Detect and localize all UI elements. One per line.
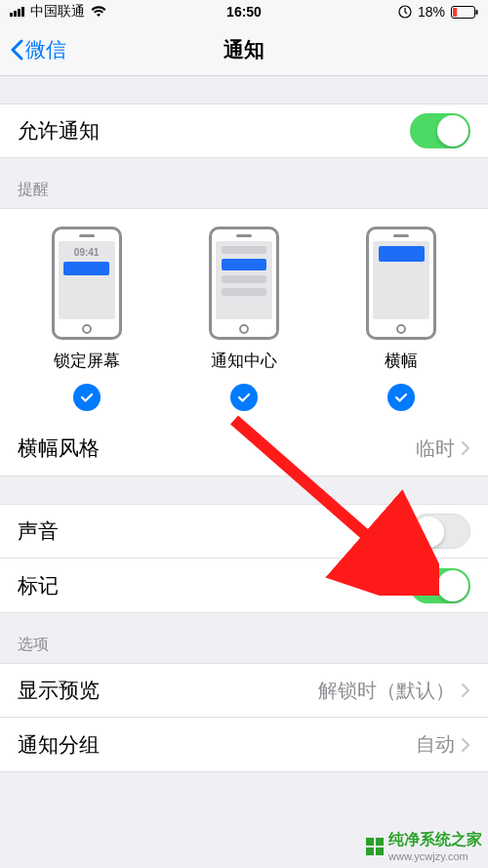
chevron-right-icon [461,737,470,753]
watermark: 纯净系统之家 www.ycwjzy.com [365,830,482,862]
svg-rect-2 [476,10,478,15]
clock: 16:50 [226,4,262,20]
watermark-url: www.ycwjzy.com [388,850,482,862]
checkmark-icon [236,390,252,405]
status-bar: 中国联通 16:50 18% [0,0,488,23]
checkmark-icon [79,390,95,405]
svg-rect-9 [376,847,384,855]
lockscreen-check[interactable] [73,384,101,411]
banner-style-value: 临时 [416,435,455,462]
chevron-right-icon [461,682,470,698]
signal-icon [10,7,24,17]
alert-lockscreen-option[interactable]: 09:41 锁定屏幕 [19,227,155,411]
banner-preview-icon [366,227,436,340]
notification-grouping-cell[interactable]: 通知分组 自动 [0,718,488,772]
alerts-panel: 09:41 锁定屏幕 通知中心 [0,208,488,476]
alert-banner-option[interactable]: 横幅 [333,227,469,411]
sound-toggle[interactable] [410,514,470,549]
options-header: 选项 [0,613,488,663]
rotation-lock-icon [398,5,412,19]
badge-cell: 标记 [0,558,488,613]
battery-percent: 18% [418,4,445,20]
back-button[interactable]: 微信 [0,36,66,63]
banner-style-label: 横幅风格 [18,434,416,462]
sound-cell: 声音 [0,504,488,558]
show-preview-value: 解锁时（默认） [318,678,455,704]
wifi-icon [91,6,106,18]
chevron-left-icon [10,39,23,61]
sound-label: 声音 [18,517,410,545]
badge-label: 标记 [18,572,410,599]
lockscreen-time: 09:41 [74,247,100,258]
show-preview-label: 显示预览 [18,677,318,704]
banner-check[interactable] [387,384,415,411]
banner-label: 横幅 [385,350,418,372]
svg-rect-7 [376,838,384,846]
banner-style-cell[interactable]: 横幅风格 临时 [0,421,488,475]
svg-rect-8 [366,847,374,855]
lockscreen-label: 锁定屏幕 [54,350,120,372]
badge-toggle[interactable] [410,568,470,603]
show-preview-cell[interactable]: 显示预览 解锁时（默认） [0,663,488,718]
allow-toggle[interactable] [410,113,470,148]
notificationcenter-preview-icon [209,227,279,340]
page-title: 通知 [224,36,264,63]
alert-notificationcenter-option[interactable]: 通知中心 [176,227,312,411]
watermark-text: 纯净系统之家 [388,831,482,847]
carrier-label: 中国联通 [30,3,85,21]
notificationcenter-label: 通知中心 [211,350,277,372]
lockscreen-preview-icon: 09:41 [52,227,122,340]
allow-label: 允许通知 [18,117,410,145]
alerts-header: 提醒 [0,158,488,208]
allow-notifications-cell: 允许通知 [0,103,488,158]
watermark-icon [365,837,385,856]
notificationcenter-check[interactable] [230,384,258,411]
nav-bar: 微信 通知 [0,23,488,76]
checkmark-icon [393,390,409,405]
grouping-value: 自动 [416,731,455,758]
battery-icon [451,6,478,19]
back-label: 微信 [25,36,66,63]
chevron-right-icon [461,440,470,456]
grouping-label: 通知分组 [18,731,416,759]
svg-rect-6 [366,838,374,846]
svg-rect-3 [453,8,457,17]
